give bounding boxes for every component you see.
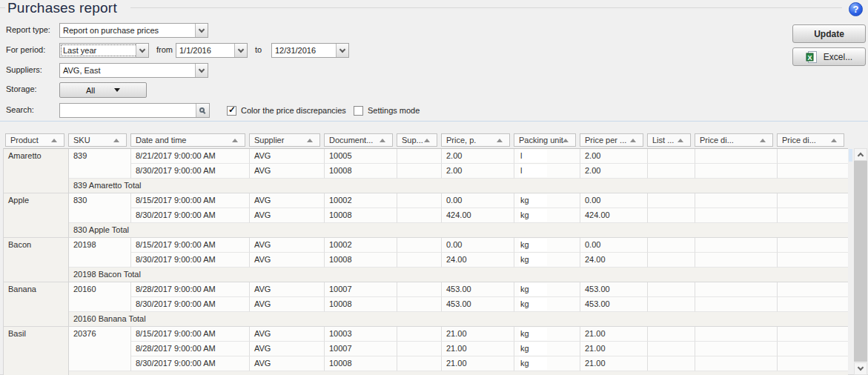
search-button[interactable] [196, 104, 209, 117]
checkbox-box[interactable] [227, 106, 236, 116]
cell-price[interactable]: 24.00 [442, 253, 514, 268]
cell-list[interactable] [648, 253, 695, 268]
cell-document[interactable]: 10008 [325, 164, 397, 179]
cell-supplier[interactable]: AVG [250, 342, 325, 356]
period-combobox[interactable]: Last year [59, 43, 149, 58]
cell-price-di-1[interactable] [695, 208, 778, 223]
cell-date-and-time[interactable]: 8/15/2017 9:00:00 AM [131, 193, 250, 208]
cell-price-di-1[interactable] [695, 342, 778, 356]
cell-packing-unit[interactable]: kg [514, 356, 580, 371]
cell-price-di-2[interactable] [778, 327, 848, 342]
cell-price-per[interactable]: 453.00 [580, 282, 648, 297]
cell-sup[interactable] [397, 342, 442, 356]
cell-price-di-2[interactable] [778, 282, 848, 297]
color-discrepancies-checkbox[interactable]: Color the price discrepancies [227, 103, 346, 118]
excel-button[interactable]: X Excel... [792, 47, 866, 66]
column-header-price-p[interactable]: Price, p. [441, 133, 510, 147]
cell-supplier[interactable]: AVG [250, 208, 325, 223]
group-total-cell[interactable]: 830 Apple Total [69, 223, 848, 238]
cell-price-di-2[interactable] [778, 193, 848, 208]
period-dropdown-button[interactable] [136, 44, 148, 57]
cell-price[interactable]: 0.00 [442, 193, 514, 208]
cell-date-and-time[interactable]: 8/30/2017 9:00:00 AM [131, 208, 250, 223]
column-header-document[interactable]: Document... [324, 133, 393, 147]
cell-list[interactable] [648, 327, 695, 342]
column-header-price-di[interactable]: Price di... [777, 133, 844, 147]
cell-price-di-1[interactable] [695, 282, 778, 297]
cell-document[interactable]: 10002 [325, 193, 397, 208]
cell-sup[interactable] [397, 253, 442, 268]
cell-date-and-time[interactable]: 8/30/2017 9:00:00 AM [131, 164, 250, 179]
checkbox-box[interactable] [354, 106, 363, 116]
cell-price-di-1[interactable] [695, 253, 778, 268]
cell-list[interactable] [648, 297, 695, 312]
cell-price[interactable]: 0.00 [442, 238, 514, 253]
cell-packing-unit[interactable]: kg [514, 297, 580, 312]
cell-price-di-1[interactable] [695, 193, 778, 208]
cell-packing-unit[interactable]: kg [514, 238, 580, 253]
cell-date-and-time[interactable]: 8/28/2017 9:00:00 AM [131, 282, 250, 297]
cell-price-di-2[interactable] [778, 356, 848, 371]
cell-price[interactable]: 21.00 [442, 327, 514, 342]
vertical-scrollbar[interactable] [854, 148, 867, 375]
cell-sup[interactable] [397, 164, 442, 179]
cell-price-per[interactable]: 0.00 [580, 193, 648, 208]
cell-sup[interactable] [397, 356, 442, 371]
cell-price-per[interactable]: 24.00 [580, 253, 648, 268]
cell-price-di-2[interactable] [778, 297, 848, 312]
cell-list[interactable] [648, 282, 695, 297]
cell-price-per[interactable]: 2.00 [580, 149, 648, 164]
column-header-product[interactable]: Product [5, 133, 64, 147]
scroll-down-button[interactable] [854, 362, 867, 375]
cell-packing-unit[interactable]: l [514, 149, 580, 164]
cell-packing-unit[interactable]: kg [514, 193, 580, 208]
cell-price-per[interactable]: 21.00 [580, 356, 648, 371]
cell-price[interactable]: 424.00 [442, 208, 514, 223]
sku-cell[interactable]: 830 [69, 193, 131, 223]
cell-document[interactable]: 10005 [325, 149, 397, 164]
help-icon[interactable]: ? [849, 2, 863, 16]
cell-supplier[interactable]: AVG [250, 238, 325, 253]
product-cell[interactable]: Basil [4, 327, 69, 375]
cell-sup[interactable] [397, 238, 442, 253]
column-header-list[interactable]: List ... [647, 133, 691, 147]
storage-dropdown-button[interactable]: All [59, 82, 147, 98]
cell-price-di-1[interactable] [695, 164, 778, 179]
column-header-packing-unit[interactable]: Packing unit [514, 133, 576, 147]
cell-list[interactable] [648, 342, 695, 356]
cell-date-and-time[interactable]: 8/21/2017 9:00:00 AM [131, 149, 250, 164]
cell-document[interactable]: 10007 [325, 342, 397, 356]
sku-cell[interactable]: 839 [69, 149, 131, 179]
column-header-sku[interactable]: SKU [68, 133, 127, 147]
cell-price-per[interactable]: 2.00 [580, 164, 648, 179]
cell-price-di-1[interactable] [695, 297, 778, 312]
date-from-dropdown-button[interactable] [234, 44, 247, 57]
product-cell[interactable]: Amaretto [4, 149, 69, 193]
settings-mode-checkbox[interactable]: Settings mode [354, 103, 420, 118]
cell-price-di-2[interactable] [778, 149, 848, 164]
cell-list[interactable] [648, 356, 695, 371]
cell-document[interactable]: 10002 [325, 238, 397, 253]
cell-price-per[interactable]: 0.00 [580, 238, 648, 253]
cell-price[interactable]: 21.00 [442, 342, 514, 356]
cell-price-per[interactable]: 21.00 [580, 342, 648, 356]
cell-price-di-2[interactable] [778, 238, 848, 253]
cell-price[interactable]: 2.00 [442, 164, 514, 179]
cell-document[interactable]: 10008 [325, 208, 397, 223]
date-to-field[interactable]: 12/31/2016 [271, 43, 349, 58]
cell-document[interactable]: 10008 [325, 356, 397, 371]
cell-list[interactable] [648, 164, 695, 179]
cell-price[interactable]: 453.00 [442, 297, 514, 312]
cell-sup[interactable] [397, 149, 442, 164]
cell-price-di-1[interactable] [695, 327, 778, 342]
cell-list[interactable] [648, 238, 695, 253]
cell-price-di-2[interactable] [778, 208, 848, 223]
scroll-up-button[interactable] [854, 148, 867, 161]
vertical-scrollbar-thumb[interactable] [854, 161, 867, 362]
cell-supplier[interactable]: AVG [250, 356, 325, 371]
cell-packing-unit[interactable]: kg [514, 327, 580, 342]
cell-price[interactable]: 2.00 [442, 149, 514, 164]
column-header-sup[interactable]: Sup... [397, 133, 437, 147]
suppliers-combobox[interactable]: AVG, East [59, 63, 208, 78]
cell-supplier[interactable]: AVG [250, 297, 325, 312]
